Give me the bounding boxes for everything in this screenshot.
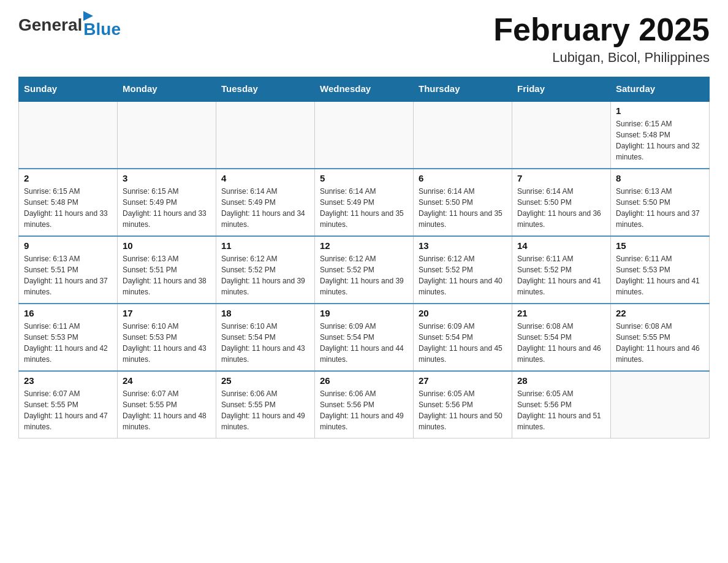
day-info: Sunrise: 6:05 AMSunset: 5:56 PMDaylight:… (419, 388, 507, 432)
calendar-cell (315, 101, 414, 169)
logo-blue-text: Blue (83, 21, 121, 38)
day-info: Sunrise: 6:10 AMSunset: 5:54 PMDaylight:… (221, 321, 309, 365)
week-row-3: 9Sunrise: 6:13 AMSunset: 5:51 PMDaylight… (19, 236, 710, 304)
day-number: 17 (123, 308, 211, 318)
day-info: Sunrise: 6:06 AMSunset: 5:55 PMDaylight:… (221, 388, 309, 432)
day-number: 14 (517, 240, 605, 251)
calendar-cell: 5Sunrise: 6:14 AMSunset: 5:49 PMDaylight… (315, 169, 414, 236)
day-number: 28 (517, 375, 605, 386)
day-number: 2 (24, 173, 112, 183)
calendar-cell: 17Sunrise: 6:10 AMSunset: 5:53 PMDayligh… (118, 304, 216, 371)
calendar-cell: 24Sunrise: 6:07 AMSunset: 5:55 PMDayligh… (118, 371, 216, 439)
calendar-cell: 20Sunrise: 6:09 AMSunset: 5:54 PMDayligh… (414, 304, 512, 371)
calendar-cell: 14Sunrise: 6:11 AMSunset: 5:52 PMDayligh… (512, 236, 611, 304)
calendar-cell: 18Sunrise: 6:10 AMSunset: 5:54 PMDayligh… (216, 304, 315, 371)
day-number: 6 (419, 173, 507, 183)
day-info: Sunrise: 6:12 AMSunset: 5:52 PMDaylight:… (320, 253, 408, 297)
day-info: Sunrise: 6:10 AMSunset: 5:53 PMDaylight:… (123, 321, 211, 365)
day-number: 13 (419, 240, 507, 251)
day-info: Sunrise: 6:13 AMSunset: 5:51 PMDaylight:… (123, 253, 211, 297)
day-info: Sunrise: 6:07 AMSunset: 5:55 PMDaylight:… (24, 388, 112, 432)
week-row-5: 23Sunrise: 6:07 AMSunset: 5:55 PMDayligh… (19, 371, 710, 439)
day-number: 21 (517, 308, 605, 318)
day-number: 12 (320, 240, 408, 251)
day-info: Sunrise: 6:14 AMSunset: 5:49 PMDaylight:… (221, 186, 309, 230)
day-info: Sunrise: 6:11 AMSunset: 5:53 PMDaylight:… (616, 253, 704, 297)
header-thursday: Thursday (414, 77, 512, 101)
calendar-cell: 8Sunrise: 6:13 AMSunset: 5:50 PMDaylight… (611, 169, 710, 236)
day-number: 22 (616, 308, 704, 318)
day-info: Sunrise: 6:12 AMSunset: 5:52 PMDaylight:… (221, 253, 309, 297)
calendar-header-row: Sunday Monday Tuesday Wednesday Thursday… (19, 77, 710, 101)
calendar-cell (611, 371, 710, 439)
calendar-cell: 7Sunrise: 6:14 AMSunset: 5:50 PMDaylight… (512, 169, 611, 236)
day-info: Sunrise: 6:14 AMSunset: 5:50 PMDaylight:… (517, 186, 605, 230)
calendar-table: Sunday Monday Tuesday Wednesday Thursday… (18, 77, 710, 439)
week-row-4: 16Sunrise: 6:11 AMSunset: 5:53 PMDayligh… (19, 304, 710, 371)
calendar-cell: 12Sunrise: 6:12 AMSunset: 5:52 PMDayligh… (315, 236, 414, 304)
day-info: Sunrise: 6:08 AMSunset: 5:55 PMDaylight:… (616, 321, 704, 365)
calendar-cell: 3Sunrise: 6:15 AMSunset: 5:49 PMDaylight… (118, 169, 216, 236)
day-info: Sunrise: 6:05 AMSunset: 5:56 PMDaylight:… (517, 388, 605, 432)
week-row-1: 1Sunrise: 6:15 AMSunset: 5:48 PMDaylight… (19, 101, 710, 169)
calendar-cell: 15Sunrise: 6:11 AMSunset: 5:53 PMDayligh… (611, 236, 710, 304)
day-number: 27 (419, 375, 507, 386)
calendar-cell: 26Sunrise: 6:06 AMSunset: 5:56 PMDayligh… (315, 371, 414, 439)
calendar-cell: 13Sunrise: 6:12 AMSunset: 5:52 PMDayligh… (414, 236, 512, 304)
day-number: 16 (24, 308, 112, 318)
day-number: 25 (221, 375, 309, 386)
calendar-cell (19, 101, 118, 169)
calendar-subtitle: Lubigan, Bicol, Philippines (493, 50, 710, 66)
day-info: Sunrise: 6:13 AMSunset: 5:51 PMDaylight:… (24, 253, 112, 297)
day-number: 8 (616, 173, 704, 183)
day-number: 23 (24, 375, 112, 386)
week-row-2: 2Sunrise: 6:15 AMSunset: 5:48 PMDaylight… (19, 169, 710, 236)
day-number: 5 (320, 173, 408, 183)
calendar-title: February 2025 (493, 12, 710, 47)
day-number: 7 (517, 173, 605, 183)
calendar-cell: 25Sunrise: 6:06 AMSunset: 5:55 PMDayligh… (216, 371, 315, 439)
day-info: Sunrise: 6:15 AMSunset: 5:48 PMDaylight:… (616, 118, 704, 163)
day-number: 9 (24, 240, 112, 251)
calendar-cell: 9Sunrise: 6:13 AMSunset: 5:51 PMDaylight… (19, 236, 118, 304)
calendar-cell: 6Sunrise: 6:14 AMSunset: 5:50 PMDaylight… (414, 169, 512, 236)
calendar-cell: 10Sunrise: 6:13 AMSunset: 5:51 PMDayligh… (118, 236, 216, 304)
day-info: Sunrise: 6:08 AMSunset: 5:54 PMDaylight:… (517, 321, 605, 365)
day-info: Sunrise: 6:15 AMSunset: 5:49 PMDaylight:… (123, 186, 211, 230)
day-info: Sunrise: 6:09 AMSunset: 5:54 PMDaylight:… (419, 321, 507, 365)
header-saturday: Saturday (611, 77, 710, 101)
day-info: Sunrise: 6:12 AMSunset: 5:52 PMDaylight:… (419, 253, 507, 297)
calendar-cell: 19Sunrise: 6:09 AMSunset: 5:54 PMDayligh… (315, 304, 414, 371)
day-info: Sunrise: 6:14 AMSunset: 5:50 PMDaylight:… (419, 186, 507, 230)
header-sunday: Sunday (19, 77, 118, 101)
calendar-cell (118, 101, 216, 169)
day-number: 24 (123, 375, 211, 386)
day-number: 26 (320, 375, 408, 386)
day-number: 19 (320, 308, 408, 318)
calendar-cell: 11Sunrise: 6:12 AMSunset: 5:52 PMDayligh… (216, 236, 315, 304)
calendar-cell: 22Sunrise: 6:08 AMSunset: 5:55 PMDayligh… (611, 304, 710, 371)
day-info: Sunrise: 6:09 AMSunset: 5:54 PMDaylight:… (320, 321, 408, 365)
day-number: 4 (221, 173, 309, 183)
day-number: 11 (221, 240, 309, 251)
day-info: Sunrise: 6:13 AMSunset: 5:50 PMDaylight:… (616, 186, 704, 230)
calendar-cell: 21Sunrise: 6:08 AMSunset: 5:54 PMDayligh… (512, 304, 611, 371)
header-friday: Friday (512, 77, 611, 101)
day-info: Sunrise: 6:14 AMSunset: 5:49 PMDaylight:… (320, 186, 408, 230)
day-number: 18 (221, 308, 309, 318)
calendar-cell: 16Sunrise: 6:11 AMSunset: 5:53 PMDayligh… (19, 304, 118, 371)
calendar-cell (414, 101, 512, 169)
header-wednesday: Wednesday (315, 77, 414, 101)
logo-general-text: General (18, 15, 82, 35)
day-info: Sunrise: 6:11 AMSunset: 5:53 PMDaylight:… (24, 321, 112, 365)
day-number: 3 (123, 173, 211, 183)
day-info: Sunrise: 6:07 AMSunset: 5:55 PMDaylight:… (123, 388, 211, 432)
day-number: 1 (616, 105, 704, 116)
calendar-cell: 28Sunrise: 6:05 AMSunset: 5:56 PMDayligh… (512, 371, 611, 439)
calendar-cell: 27Sunrise: 6:05 AMSunset: 5:56 PMDayligh… (414, 371, 512, 439)
logo: General Blue (18, 12, 121, 38)
calendar-cell: 23Sunrise: 6:07 AMSunset: 5:55 PMDayligh… (19, 371, 118, 439)
day-info: Sunrise: 6:15 AMSunset: 5:48 PMDaylight:… (24, 186, 112, 230)
day-info: Sunrise: 6:11 AMSunset: 5:52 PMDaylight:… (517, 253, 605, 297)
calendar-cell: 2Sunrise: 6:15 AMSunset: 5:48 PMDaylight… (19, 169, 118, 236)
